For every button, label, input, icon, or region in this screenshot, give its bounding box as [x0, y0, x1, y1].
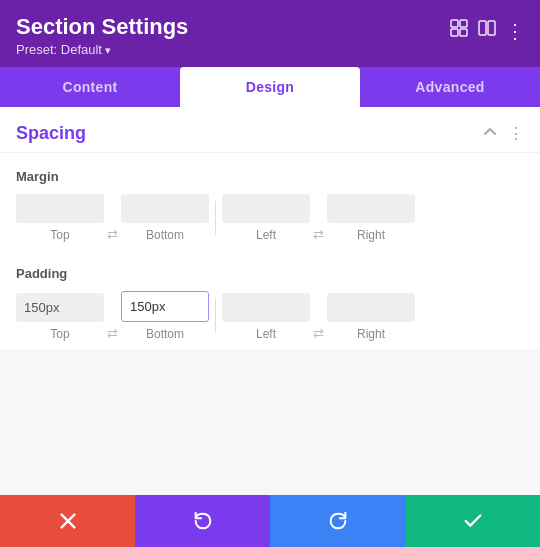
margin-divider [215, 201, 216, 235]
margin-left-label: Left [256, 228, 276, 242]
margin-fields-row: Top ⇄ Bottom [16, 194, 524, 242]
margin-top-label: Top [50, 228, 69, 242]
tab-design[interactable]: Design [180, 67, 360, 107]
padding-top-field: Top [16, 293, 104, 341]
save-button[interactable] [405, 495, 540, 547]
margin-left-input[interactable] [222, 194, 310, 223]
svg-rect-0 [451, 20, 458, 27]
margin-top-input[interactable] [16, 194, 104, 223]
padding-left-input[interactable] [222, 293, 310, 322]
redo-button[interactable] [270, 495, 405, 547]
svg-rect-4 [479, 21, 486, 35]
section-controls: ⋮ [482, 124, 524, 143]
padding-fields-row: Top ⇄ Bottom [16, 291, 524, 341]
section-more-icon[interactable]: ⋮ [508, 124, 524, 143]
panel-title: Section Settings [16, 14, 188, 40]
section-header: Spacing ⋮ [0, 107, 540, 153]
margin-label: Margin [16, 169, 524, 184]
header-icons: ⋮ [449, 18, 524, 43]
tabs-bar: Content Design Advanced [0, 67, 540, 107]
padding-divider [215, 299, 216, 333]
margin-right-field: Right [327, 194, 415, 242]
padding-right-field: Right [327, 293, 415, 341]
margin-top-field: Top [16, 194, 104, 242]
tab-advanced[interactable]: Advanced [360, 67, 540, 107]
margin-right-input[interactable] [327, 194, 415, 223]
padding-top-input[interactable] [16, 293, 104, 322]
margin-right-label: Right [357, 228, 385, 242]
cancel-button[interactable] [0, 495, 135, 547]
toolbar [0, 495, 540, 547]
padding-link-icon-2[interactable]: ⇄ [310, 326, 327, 341]
padding-group: Padding Top ⇄ Bottom [0, 250, 540, 349]
padding-bottom-input[interactable] [121, 291, 209, 322]
svg-rect-1 [460, 20, 467, 27]
margin-link-icon-1[interactable]: ⇄ [104, 227, 121, 242]
columns-icon[interactable] [477, 18, 497, 43]
spacing-section: Spacing ⋮ Margin [0, 107, 540, 349]
preset-dropdown[interactable]: Preset: Default [16, 42, 188, 57]
padding-link-icon-1[interactable]: ⇄ [104, 326, 121, 341]
padding-top-label: Top [50, 327, 69, 341]
content-area: Spacing ⋮ Margin [0, 107, 540, 495]
section-title: Spacing [16, 123, 86, 144]
margin-group: Margin Top ⇄ Bottom [0, 153, 540, 250]
margin-bottom-label: Bottom [146, 228, 184, 242]
svg-rect-5 [488, 21, 495, 35]
margin-bottom-field: Bottom [121, 194, 209, 242]
collapse-icon[interactable] [482, 124, 498, 143]
header-left: Section Settings Preset: Default [16, 14, 188, 57]
margin-link-icon-2[interactable]: ⇄ [310, 227, 327, 242]
padding-right-input[interactable] [327, 293, 415, 322]
undo-button[interactable] [135, 495, 270, 547]
margin-bottom-input[interactable] [121, 194, 209, 223]
padding-bottom-label: Bottom [146, 327, 184, 341]
panel: Section Settings Preset: Default ⋮ [0, 0, 540, 547]
tab-content[interactable]: Content [0, 67, 180, 107]
padding-right-label: Right [357, 327, 385, 341]
padding-label: Padding [16, 266, 524, 281]
padding-left-field: Left [222, 293, 310, 341]
more-options-icon[interactable]: ⋮ [505, 19, 524, 43]
padding-bottom-field: Bottom [121, 291, 209, 341]
svg-rect-3 [460, 29, 467, 36]
expand-icon[interactable] [449, 18, 469, 43]
padding-left-label: Left [256, 327, 276, 341]
header: Section Settings Preset: Default ⋮ [0, 0, 540, 67]
margin-left-field: Left [222, 194, 310, 242]
svg-rect-2 [451, 29, 458, 36]
